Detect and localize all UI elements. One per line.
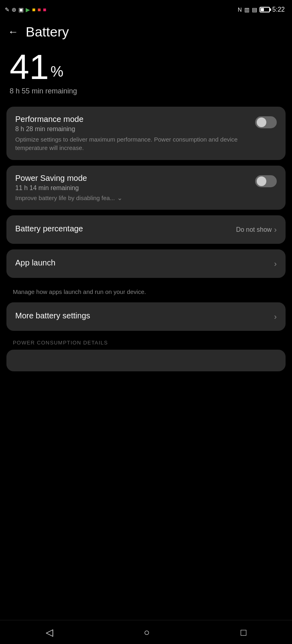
more-battery-settings-card[interactable]: More battery settings ›: [6, 302, 286, 331]
page-header: ← Battery: [0, 18, 292, 49]
vibrate-icon: ▥: [244, 6, 249, 13]
status-icons-left: ✎ ⊛ ▣ ▶ ■ ■ ■: [5, 6, 46, 13]
battery-percentage-card[interactable]: Battery percentage Do not show ›: [6, 215, 286, 244]
power-saving-mode-card[interactable]: Power Saving mode 11 h 14 min remaining …: [6, 166, 286, 210]
performance-mode-subtitle: 8 h 28 min remaining: [15, 126, 249, 133]
performance-mode-card[interactable]: Performance mode 8 h 28 min remaining Op…: [6, 107, 286, 160]
alert-icon: ✎: [5, 6, 10, 13]
app-icon-3: ■: [43, 6, 46, 13]
battery-percentage-value: Do not show: [236, 226, 272, 233]
app-launch-title: App launch: [15, 258, 55, 267]
power-saving-mode-subtitle: 11 h 14 min remaining: [15, 184, 249, 192]
nav-home-button[interactable]: ○: [134, 624, 160, 641]
battery-status-icon: [260, 7, 270, 12]
wifi-icon: ⊛: [12, 6, 16, 13]
app-launch-card[interactable]: App launch ›: [6, 249, 286, 278]
performance-mode-toggle[interactable]: [255, 116, 277, 128]
power-consumption-preview[interactable]: [6, 350, 286, 371]
nav-back-button[interactable]: ◁: [36, 624, 63, 641]
page-title: Battery: [26, 24, 69, 40]
power-saving-mode-text: Power Saving mode 11 h 14 min remaining …: [15, 174, 255, 202]
power-saving-mode-toggle-knob: [257, 176, 266, 186]
app-launch-description: Manage how apps launch and run on your d…: [0, 284, 292, 302]
status-icons-right: N ▥ ▤ 5:22: [238, 6, 285, 13]
battery-level-section: 41 % 8 h 55 min remaining: [0, 49, 292, 107]
play-icon: ▶: [26, 6, 30, 13]
battery-time-remaining: 8 h 55 min remaining: [10, 87, 282, 95]
nav-recents-button[interactable]: □: [231, 624, 256, 641]
nfc-icon: N: [238, 6, 242, 13]
app-icon-1: ■: [32, 6, 35, 13]
chevron-right-icon-2: ›: [274, 259, 277, 268]
performance-mode-toggle-knob: [257, 117, 266, 127]
power-consumption-header: POWER CONSUMPTION DETAILS: [0, 336, 292, 350]
performance-mode-text: Performance mode 8 h 28 min remaining Op…: [15, 115, 255, 152]
chevron-right-icon-3: ›: [274, 312, 277, 321]
status-time: 5:22: [272, 6, 285, 13]
app-icon-2: ■: [37, 6, 41, 13]
battery-percentage-display: 41 %: [10, 49, 282, 85]
power-saving-expand-row: Improve battery life by disabling fea...…: [15, 194, 249, 202]
chevron-right-icon: ›: [274, 225, 277, 234]
status-bar: ✎ ⊛ ▣ ▶ ■ ■ ■ N ▥ ▤ 5:22: [0, 0, 292, 18]
performance-mode-title: Performance mode: [15, 115, 249, 124]
battery-number: 41: [10, 49, 49, 85]
navigation-bar: ◁ ○ □: [0, 620, 292, 644]
signal-icon: ▤: [252, 6, 257, 13]
more-battery-settings-title: More battery settings: [15, 311, 90, 320]
sim-icon: ▣: [18, 6, 24, 13]
back-button[interactable]: ←: [8, 26, 18, 38]
power-saving-mode-title: Power Saving mode: [15, 174, 249, 183]
power-saving-description: Improve battery life by disabling fea...: [15, 194, 115, 201]
battery-percent-sign: %: [51, 65, 63, 79]
performance-mode-description: Optimize settings to deliver maximum per…: [15, 135, 249, 152]
chevron-down-icon[interactable]: ⌄: [117, 194, 122, 202]
battery-percentage-title: Battery percentage: [15, 224, 83, 233]
power-saving-mode-toggle[interactable]: [255, 175, 277, 187]
